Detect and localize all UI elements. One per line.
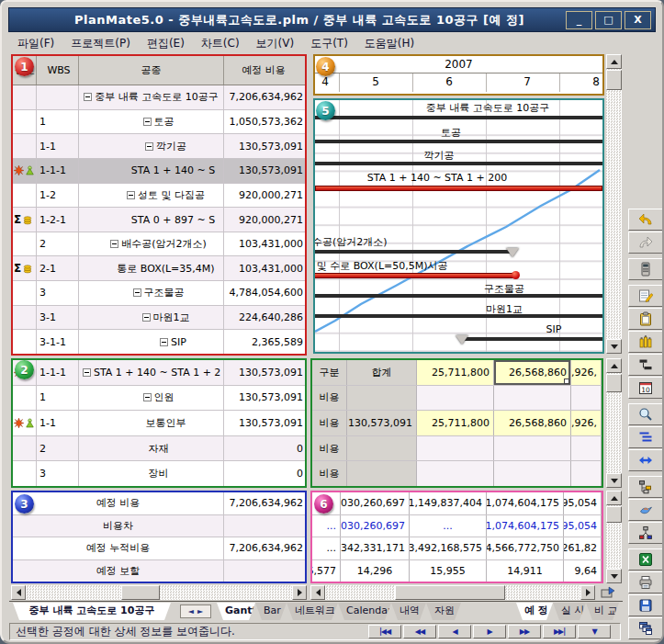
- edit-sheet-button[interactable]: [628, 285, 663, 307]
- tab-gantt[interactable]: Gantt: [217, 603, 255, 620]
- nav-back-button[interactable]: ◀: [438, 625, 471, 638]
- table-row[interactable]: 1 토공 1,050,573,362: [13, 110, 305, 135]
- scroll-down-icon[interactable]: [611, 345, 618, 349]
- scroll-up-icon[interactable]: [611, 496, 618, 501]
- table-row[interactable]: 1-2 성토 및 다짐공 920,000,271: [13, 184, 305, 209]
- table-row[interactable]: 3-1 마원1교 224,640,286: [13, 306, 305, 331]
- scroll-thumb[interactable]: [606, 506, 622, 523]
- grid-row[interactable]: 6,577 14,296 15,955 14,911 9,64: [312, 560, 602, 582]
- grid-row[interactable]: 1,030,260,697 1,149,837,404 1,074,604,17…: [312, 492, 602, 515]
- calculator-button[interactable]: [628, 258, 663, 280]
- detail-corner-icon[interactable]: [597, 584, 619, 600]
- menu-view[interactable]: 보기(V): [248, 34, 303, 53]
- table-row[interactable]: 1-1 보통인부 130,573,091: [13, 411, 305, 436]
- menu-edit[interactable]: 편집(E): [139, 34, 193, 53]
- scroll-right-icon[interactable]: [298, 589, 302, 596]
- table-row[interactable]: 2 배수공(암거2개소) 103,431,000: [13, 232, 305, 257]
- tab-bar-chart[interactable]: Bar: [255, 603, 287, 620]
- save-button[interactable]: [628, 594, 663, 616]
- table-row-selected[interactable]: 1-1-1 STA 1 + 140 ~ S 130,573,091: [13, 159, 305, 184]
- gantt-task-bar[interactable]: [315, 186, 602, 191]
- grid-row[interactable]: 구분 합계 25,711,800 26,568,860 25,926,: [312, 360, 602, 386]
- scroll-left-icon[interactable]: [316, 589, 321, 596]
- menu-help[interactable]: 도움말(H): [356, 34, 422, 53]
- clipboard-button[interactable]: [628, 308, 663, 330]
- collapse-icon[interactable]: [160, 338, 168, 346]
- org-chart-button[interactable]: [628, 476, 663, 498]
- milestone-marker[interactable]: [506, 248, 519, 257]
- close-button[interactable]: X: [625, 11, 651, 29]
- scroll-thumb[interactable]: [606, 374, 622, 392]
- grid-row[interactable]: 비용: [312, 386, 602, 412]
- gantt-summary-bar[interactable]: [315, 116, 602, 119]
- nav-first-button[interactable]: |◀◀: [368, 625, 401, 638]
- scroll-down-icon[interactable]: [611, 574, 618, 579]
- grid-row[interactable]: 비용: [312, 436, 602, 462]
- menu-tools[interactable]: 도구(T): [302, 34, 356, 53]
- undo-button[interactable]: [628, 209, 663, 231]
- table-row[interactable]: 1-1 깍기공 130,573,091: [13, 134, 305, 159]
- excel-export-button[interactable]: [628, 548, 663, 571]
- left-hscrollbar[interactable]: [11, 585, 307, 600]
- scroll-thumb[interactable]: [395, 585, 505, 600]
- collapse-icon[interactable]: [145, 142, 153, 151]
- table-row[interactable]: 비용차: [13, 515, 305, 538]
- grid-row[interactable]: 비용: [312, 461, 602, 486]
- scroll-right-icon[interactable]: [586, 589, 591, 596]
- totals-vscrollbar[interactable]: [606, 491, 622, 583]
- tab-compare[interactable]: 비 교: [586, 603, 619, 620]
- table-row[interactable]: 예정 누적비용 7,206,634,962: [13, 537, 305, 560]
- link-button[interactable]: [628, 449, 663, 471]
- maximize-button[interactable]: □: [595, 11, 622, 29]
- collapse-icon[interactable]: [142, 313, 151, 322]
- collapse-icon[interactable]: [133, 288, 141, 297]
- table-row[interactable]: Σ 2-1 통로 BOX(L=35,4M) 103,431,000: [13, 256, 305, 281]
- tab-scroll-right-icon[interactable]: ►: [197, 607, 203, 616]
- outline-button[interactable]: [628, 426, 663, 448]
- gantt-bars-button[interactable]: [628, 354, 663, 376]
- table-row[interactable]: Σ 1-2-1 STA 0 + 897 ~ S 920,000,271: [13, 208, 305, 232]
- resources-button[interactable]: [628, 331, 663, 353]
- collapse-icon[interactable]: [83, 368, 91, 377]
- table-row[interactable]: 중부 내륙 고속도로 10공구 7,206,634,962: [13, 85, 305, 110]
- table-row[interactable]: 3 구조물공 4,784,054,600: [13, 281, 305, 306]
- scroll-up-icon[interactable]: [611, 364, 618, 368]
- tab-calendar[interactable]: Calendar: [338, 603, 391, 620]
- menu-project[interactable]: 프로젝트(P): [62, 34, 139, 53]
- milestone-marker[interactable]: [456, 335, 468, 345]
- tab-scroll-left-icon[interactable]: ◄: [188, 607, 194, 616]
- network-button[interactable]: [628, 522, 663, 544]
- scroll-down-icon[interactable]: [611, 479, 618, 483]
- nav-forward-button[interactable]: ▶: [473, 625, 506, 638]
- calendar-button[interactable]: 10: [628, 377, 663, 399]
- tab-detail[interactable]: 내역: [391, 603, 426, 620]
- nav-fast-forward-button[interactable]: ▶▶: [508, 625, 541, 638]
- gantt-task-bar[interactable]: [315, 273, 515, 278]
- scroll-left-icon[interactable]: [17, 589, 21, 596]
- tab-resource[interactable]: 자원: [426, 603, 461, 620]
- collapse-icon[interactable]: [84, 93, 92, 101]
- grid-row[interactable]: ... -1,030,260,697 ... -1,074,604,175 -6…: [312, 515, 602, 538]
- bird-button[interactable]: [628, 499, 663, 521]
- grid-row[interactable]: 비용 130,573,091 25,711,800 26,568,860 25,…: [312, 411, 602, 436]
- collapse-icon[interactable]: [110, 240, 118, 248]
- nav-fast-back-button[interactable]: ◀◀: [403, 625, 436, 638]
- tab-planned[interactable]: 예 정: [516, 603, 553, 620]
- zoom-button[interactable]: [628, 403, 663, 425]
- scroll-thumb[interactable]: [606, 70, 622, 90]
- table-row[interactable]: 1 인원 130,573,091: [13, 386, 305, 412]
- grid-row[interactable]: ... 2,342,331,171 3,492,168,575 4,566,77…: [312, 537, 602, 560]
- collapse-icon[interactable]: [143, 393, 152, 401]
- selected-cell[interactable]: 26,568,860: [494, 360, 571, 385]
- gantt-summary-bar[interactable]: [315, 140, 602, 143]
- redo-button[interactable]: [628, 232, 663, 254]
- table-row[interactable]: 3-1-1 SIP 2,365,589: [13, 330, 305, 354]
- table-row[interactable]: 예정 비용 7,206,634,962: [13, 492, 305, 515]
- cascade-windows-button[interactable]: [628, 617, 663, 639]
- menu-file[interactable]: 파일(F): [9, 34, 62, 53]
- tab-scroll-buttons[interactable]: ◄ ►: [180, 604, 211, 618]
- minimize-button[interactable]: _: [566, 11, 592, 29]
- tab-network[interactable]: 네트워크: [287, 603, 338, 620]
- gantt-summary-bar[interactable]: [464, 337, 602, 341]
- collapse-icon[interactable]: [143, 118, 152, 126]
